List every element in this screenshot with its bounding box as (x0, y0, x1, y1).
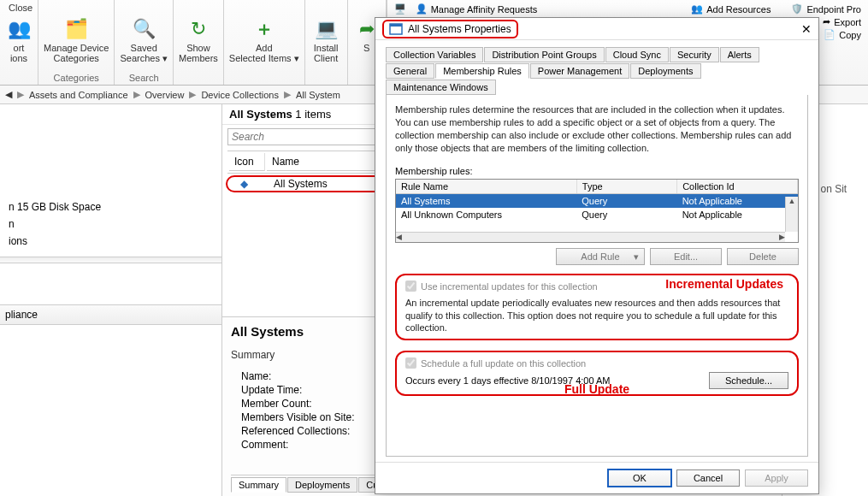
schedule-button[interactable]: Schedule... (709, 372, 788, 389)
export-link[interactable]: Export (834, 17, 861, 27)
label: Manage Device Categories (44, 43, 109, 63)
tab-power-management[interactable]: Power Management (530, 63, 629, 79)
install-client-button[interactable]: 💻 Install Client (312, 15, 340, 63)
label: Saved Searches ▾ (120, 43, 168, 64)
cell: All Systems (396, 194, 576, 209)
tab-deployments[interactable]: Deployments (287, 477, 357, 493)
copy-icon: 📄 (824, 29, 836, 40)
col-rule-type[interactable]: Type (576, 180, 676, 194)
group-label: Search (129, 73, 159, 83)
endpoint-link[interactable]: Endpoint Pro (806, 4, 861, 15)
label: ort (14, 43, 25, 53)
tab-distribution-point-groups[interactable]: Distribution Point Groups (484, 47, 604, 62)
rule-row[interactable]: All Unknown Computers Query Not Applicab… (396, 208, 798, 221)
truncated-button[interactable]: 👥 ort ions (5, 15, 32, 63)
label: ions (10, 53, 27, 63)
description-text: Membership rules determine the resources… (395, 103, 799, 154)
breadcrumb-item[interactable]: All System (296, 90, 340, 100)
back-icon[interactable]: ◀ (5, 89, 12, 100)
plus-icon: ＋ (251, 15, 278, 43)
computers-icon: 🖥️ (394, 3, 406, 15)
add-selected-items-button[interactable]: ＋ Add Selected Items ▾ (229, 15, 299, 64)
annotation-incremental: Incremental Updates (665, 277, 783, 291)
manage-affinity-link[interactable]: Manage Affinity Requests (431, 4, 538, 15)
breadcrumb-item[interactable]: Overview (145, 90, 185, 100)
shield-icon: 🛡️ (791, 3, 803, 15)
breadcrumb-item[interactable]: Assets and Compliance (29, 90, 128, 100)
membership-rules-grid: Rule Name Type Collection Id All Systems… (395, 179, 799, 243)
full-update-checkbox[interactable] (405, 357, 416, 369)
group-label: Categories (54, 73, 99, 83)
vertical-scrollbar[interactable]: ▲ (785, 197, 798, 232)
tab-deployments[interactable]: Deployments (630, 63, 700, 79)
tree-item[interactable]: n 15 GB Disk Space (0, 198, 221, 216)
tab-alerts[interactable]: Alerts (720, 47, 759, 62)
cell: Not Applicable (677, 208, 798, 221)
tab-summary[interactable]: Summary (231, 477, 286, 493)
tree-item[interactable]: ions (0, 233, 221, 250)
refresh-arrow-icon: ↻ (185, 15, 212, 43)
affinity-icon: 👤 (416, 3, 428, 15)
collection-icon: ◆ (229, 178, 258, 190)
dialog-titlebar[interactable]: All Systems Properties ✕ (375, 18, 818, 40)
folder-gear-icon: 🗂️ (62, 15, 90, 43)
tab-content: Membership rules determine the resources… (386, 95, 808, 457)
apply-button[interactable]: Apply (745, 469, 808, 487)
delete-rule-button[interactable]: Delete (727, 248, 799, 265)
cell: All Unknown Computers (396, 208, 576, 221)
cell: Not Applicable (677, 194, 798, 209)
cell: Query (576, 194, 676, 209)
cancel-button[interactable]: Cancel (676, 469, 740, 487)
properties-dialog: All Systems Properties ✕ Collection Vari… (375, 17, 819, 494)
tab-membership-rules[interactable]: Membership Rules (435, 63, 529, 79)
full-update-checkbox-label: Schedule a full update on this collectio… (421, 358, 586, 369)
header-title: All Systems (229, 108, 292, 121)
incremental-updates-checkbox[interactable] (405, 280, 416, 292)
show-members-button[interactable]: ↻ Show Members (179, 15, 218, 63)
incremental-checkbox-label: Use incremental updates for this collect… (421, 281, 598, 292)
window-icon (389, 22, 403, 36)
incremental-updates-section: Incremental Updates Use incremental upda… (395, 274, 799, 340)
manage-device-categories-button[interactable]: 🗂️ Manage Device Categories (44, 15, 109, 63)
tab-security[interactable]: Security (670, 47, 719, 62)
svg-rect-1 (390, 24, 402, 27)
row-name: All Systems (258, 178, 328, 190)
label: Show Members (179, 43, 218, 63)
rules-label: Membership rules: (395, 166, 799, 176)
col-rule-collid[interactable]: Collection Id (677, 180, 798, 194)
add-rule-button[interactable]: Add Rule (556, 248, 645, 265)
horizontal-scrollbar[interactable]: ◀▶ (396, 232, 785, 242)
dialog-title: All Systems Properties (408, 23, 511, 35)
folder-search-icon: 🔍 (130, 15, 157, 43)
tab-cloud-sync[interactable]: Cloud Sync (605, 47, 669, 62)
label: S (363, 43, 369, 53)
edit-rule-button[interactable]: Edit... (650, 248, 722, 265)
label: Add Selected Items ▾ (229, 43, 299, 64)
rule-row[interactable]: All Systems Query Not Applicable (396, 194, 798, 209)
close-button[interactable]: ✕ (801, 22, 812, 36)
saved-searches-button[interactable]: 🔍 Saved Searches ▾ (120, 15, 168, 64)
close-label[interactable]: Close (9, 3, 32, 13)
left-nav-pane: n 15 GB Disk Space n ions pliance (0, 104, 222, 496)
computer-arrow-icon: 💻 (312, 15, 340, 43)
section-header[interactable]: pliance (0, 304, 221, 325)
tab-maintenance-windows[interactable]: Maintenance Windows (386, 80, 496, 95)
cell: Query (576, 208, 676, 221)
col-icon[interactable]: Icon (229, 153, 265, 171)
incremental-description: An incremental update periodically evalu… (405, 297, 788, 334)
add-icon: 👥 (691, 3, 703, 15)
tab-collection-variables[interactable]: Collection Variables (386, 47, 483, 62)
export-icon: ➦ (823, 16, 830, 27)
tree-item[interactable]: n (0, 216, 221, 233)
breadcrumb-item[interactable]: Device Collections (201, 90, 278, 100)
users-icon: 👥 (5, 15, 32, 43)
copy-link[interactable]: Copy (839, 30, 861, 40)
header-count: 1 items (295, 108, 331, 121)
full-update-section: Schedule a full update on this collectio… (395, 351, 799, 396)
add-resources-link[interactable]: Add Resources (706, 4, 771, 15)
annotation-full-update: Full Update (564, 382, 629, 396)
tab-general[interactable]: General (386, 63, 434, 79)
ok-button[interactable]: OK (608, 469, 671, 487)
col-rule-name[interactable]: Rule Name (396, 180, 576, 194)
label: Install Client (314, 43, 339, 63)
